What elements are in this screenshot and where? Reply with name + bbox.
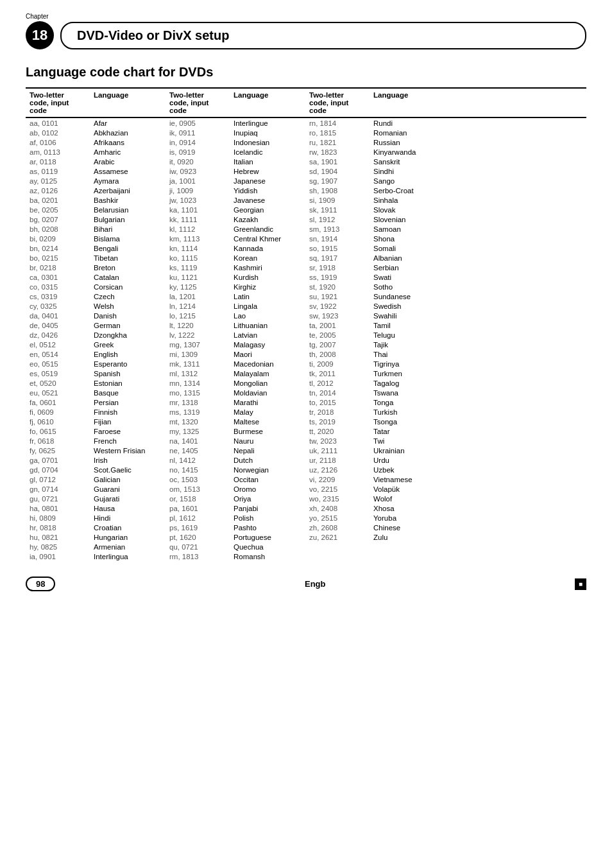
table-cell: or, 1518 — [166, 494, 230, 503]
table-cell: tt, 2020 — [305, 426, 370, 436]
table-cell: Malagasy — [230, 340, 305, 349]
table-cell: Aymara — [90, 176, 166, 186]
table-row: fy, 0625Western Frisianne, 1405Nepaliuk,… — [26, 446, 586, 455]
table-cell: tw, 2023 — [305, 436, 370, 446]
table-row: fj, 0610Fijianmt, 1320Maltesets, 2019Tso… — [26, 417, 586, 426]
chapter-label: Chapter — [26, 13, 586, 20]
table-cell: ne, 1405 — [166, 446, 230, 455]
table-cell: bi, 0209 — [26, 234, 90, 243]
table-cell: tl, 2012 — [305, 378, 370, 388]
table-cell: Burmese — [230, 426, 305, 436]
table-cell: Interlingua — [90, 551, 166, 561]
table-cell: Belarusian — [90, 205, 166, 214]
table-cell: Bengali — [90, 243, 166, 253]
table-cell: vo, 2215 — [305, 484, 370, 494]
table-cell: mi, 1309 — [166, 349, 230, 359]
table-cell — [305, 551, 370, 561]
table-cell: Marathi — [230, 397, 305, 407]
table-cell: ab, 0102 — [26, 128, 90, 137]
table-cell: Corsican — [90, 282, 166, 291]
table-cell: hr, 0818 — [26, 523, 90, 532]
table-cell: Nepali — [230, 446, 305, 455]
table-cell: iw, 0923 — [166, 166, 230, 176]
footer: 98 Engb — [26, 571, 586, 591]
header-col6: Language — [370, 88, 586, 117]
table-cell: ji, 1009 — [166, 186, 230, 195]
table-cell: mt, 1320 — [166, 417, 230, 426]
header-col1: Two-lettercode, inputcode — [26, 88, 90, 117]
table-cell: ta, 2001 — [305, 320, 370, 330]
table-body: aa, 0101Afarie, 0905Interlinguern, 1814R… — [26, 117, 586, 561]
table-cell: Malay — [230, 407, 305, 417]
table-cell: Georgian — [230, 205, 305, 214]
table-cell: Latin — [230, 291, 305, 301]
table-cell: Slovenian — [370, 214, 586, 224]
table-cell: fy, 0625 — [26, 446, 90, 455]
table-cell: Mongolian — [230, 378, 305, 388]
table-cell: fi, 0609 — [26, 407, 90, 417]
table-cell — [370, 542, 586, 551]
table-cell: Maltese — [230, 417, 305, 426]
table-row: ga, 0701Irishnl, 1412Dutchur, 2118Urdu — [26, 455, 586, 465]
table-cell: Tsonga — [370, 417, 586, 426]
chapter-title: DVD-Video or DivX setup — [77, 28, 229, 42]
language-code-table: Two-lettercode, inputcode Language Two-l… — [26, 87, 586, 561]
table-row: fa, 0601Persianmr, 1318Marathito, 2015To… — [26, 397, 586, 407]
table-cell: Chinese — [370, 523, 586, 532]
table-cell: Russian — [370, 137, 586, 147]
table-cell: br, 0218 — [26, 263, 90, 272]
table-cell: vi, 2209 — [305, 474, 370, 484]
table-cell: sk, 1911 — [305, 205, 370, 214]
table-cell: uz, 2126 — [305, 465, 370, 474]
table-cell: Kurdish — [230, 272, 305, 282]
table-cell: Bulgarian — [90, 214, 166, 224]
table-cell: Vietnamese — [370, 474, 586, 484]
table-row: ay, 0125Aymaraja, 1001Japanesesg, 1907Sa… — [26, 176, 586, 186]
table-cell: Serbian — [370, 263, 586, 272]
table-cell: fj, 0610 — [26, 417, 90, 426]
table-cell: Yiddish — [230, 186, 305, 195]
table-cell: mr, 1318 — [166, 397, 230, 407]
table-cell: Breton — [90, 263, 166, 272]
table-cell: Sango — [370, 176, 586, 186]
table-cell: Dutch — [230, 455, 305, 465]
table-cell: Interlingue — [230, 117, 305, 128]
table-row: ar, 0118Arabicit, 0920Italiansa, 1901San… — [26, 157, 586, 166]
table-cell: Norwegian — [230, 465, 305, 474]
chapter-title-box: DVD-Video or DivX setup — [60, 22, 586, 49]
header-col2: Language — [90, 88, 166, 117]
table-row: ca, 0301Catalanku, 1121Kurdishss, 1919Sw… — [26, 272, 586, 282]
table-cell: ha, 0801 — [26, 503, 90, 513]
table-cell: ku, 1121 — [166, 272, 230, 282]
table-cell: Spanish — [90, 369, 166, 378]
table-cell: Catalan — [90, 272, 166, 282]
table-cell: el, 0512 — [26, 340, 90, 349]
table-row: ha, 0801Hausapa, 1601Panjabixh, 2408Xhos… — [26, 503, 586, 513]
table-cell: aa, 0101 — [26, 117, 90, 128]
table-cell: Twi — [370, 436, 586, 446]
table-cell: cs, 0319 — [26, 291, 90, 301]
table-cell: gd, 0704 — [26, 465, 90, 474]
table-cell: Arabic — [90, 157, 166, 166]
table-cell: it, 0920 — [166, 157, 230, 166]
table-cell: ln, 1214 — [166, 301, 230, 311]
table-row: af, 0106Afrikaansin, 0914Indonesianru, 1… — [26, 137, 586, 147]
table-cell: Nauru — [230, 436, 305, 446]
table-cell: sh, 1908 — [305, 186, 370, 195]
table-row: bo, 0215Tibetanko, 1115Koreansq, 1917Alb… — [26, 253, 586, 263]
table-cell: Rundi — [370, 117, 586, 128]
table-cell: Turkish — [370, 407, 586, 417]
table-cell: Tajik — [370, 340, 586, 349]
table-cell: zu, 2621 — [305, 532, 370, 542]
table-cell: ca, 0301 — [26, 272, 90, 282]
table-row: bi, 0209Bislamakm, 1113Central Khmersn, … — [26, 234, 586, 243]
table-cell: bn, 0214 — [26, 243, 90, 253]
table-cell: Bihari — [90, 224, 166, 234]
table-cell: sd, 1904 — [305, 166, 370, 176]
table-row: fr, 0618Frenchna, 1401Naurutw, 2023Twi — [26, 436, 586, 446]
table-cell: Western Frisian — [90, 446, 166, 455]
table-cell: et, 0520 — [26, 378, 90, 388]
table-cell: Slovak — [370, 205, 586, 214]
table-cell: Portuguese — [230, 532, 305, 542]
table-cell: es, 0519 — [26, 369, 90, 378]
